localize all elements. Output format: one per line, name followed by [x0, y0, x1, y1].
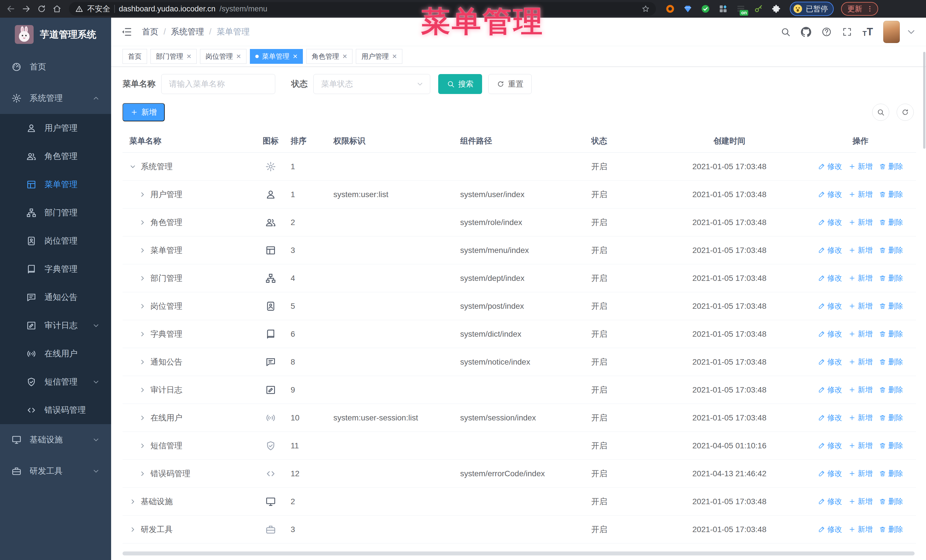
sidebar-item-home[interactable]: 首页: [0, 51, 111, 83]
update-button[interactable]: 更新: [841, 2, 878, 16]
github-icon[interactable]: [801, 27, 811, 37]
delete-link[interactable]: 删除: [879, 162, 903, 172]
refresh-table-button[interactable]: [897, 104, 914, 121]
sidebar-item-user[interactable]: 用户管理: [0, 114, 111, 142]
user-menu-caret-icon[interactable]: [906, 27, 916, 37]
fullscreen-icon[interactable]: [842, 27, 852, 37]
browser-forward-button[interactable]: [20, 3, 32, 15]
tab-menu[interactable]: 菜单管理×: [250, 49, 303, 64]
sidebar-item-online[interactable]: 在线用户: [0, 340, 111, 368]
browser-reload-button[interactable]: [35, 3, 48, 15]
edit-link[interactable]: 修改: [818, 497, 842, 506]
browser-home-button[interactable]: [51, 3, 63, 15]
delete-link[interactable]: 删除: [879, 441, 903, 451]
add-link[interactable]: 新增: [849, 189, 873, 199]
edit-link[interactable]: 修改: [818, 413, 842, 423]
edit-link[interactable]: 修改: [818, 357, 842, 367]
edit-link[interactable]: 修改: [818, 329, 842, 339]
chevron-right-icon[interactable]: [139, 414, 146, 421]
close-icon[interactable]: ×: [392, 53, 396, 60]
vertical-scrollbar[interactable]: [923, 52, 925, 149]
extension-gem-icon[interactable]: [682, 3, 693, 15]
avatar[interactable]: [883, 21, 900, 43]
chevron-right-icon[interactable]: [139, 331, 146, 338]
chevron-right-icon[interactable]: [139, 442, 146, 449]
delete-link[interactable]: 删除: [879, 329, 903, 339]
edit-link[interactable]: 修改: [818, 273, 842, 283]
extension-tabs-icon[interactable]: on: [735, 3, 746, 15]
add-link[interactable]: 新增: [849, 217, 873, 227]
edit-link[interactable]: 修改: [818, 245, 842, 255]
extensions-puzzle-icon[interactable]: [770, 3, 782, 15]
delete-link[interactable]: 删除: [879, 469, 903, 478]
add-link[interactable]: 新增: [849, 469, 873, 478]
tab-role[interactable]: 角色管理×: [306, 49, 353, 64]
sidebar-item-tool[interactable]: 研发工具: [0, 456, 111, 487]
browser-back-button[interactable]: [5, 3, 17, 15]
sidebar-item-system[interactable]: 系统管理: [0, 83, 111, 114]
delete-link[interactable]: 删除: [879, 497, 903, 506]
chevron-right-icon[interactable]: [129, 498, 136, 505]
sidebar-item-post[interactable]: 岗位管理: [0, 227, 111, 255]
edit-link[interactable]: 修改: [818, 441, 842, 451]
add-link[interactable]: 新增: [849, 497, 873, 506]
sidebar-item-notice[interactable]: 通知公告: [0, 283, 111, 311]
add-link[interactable]: 新增: [849, 301, 873, 311]
toggle-search-button[interactable]: [872, 104, 889, 121]
extension-grid-icon[interactable]: [717, 3, 729, 15]
chevron-right-icon[interactable]: [139, 275, 146, 282]
edit-link[interactable]: 修改: [818, 301, 842, 311]
chevron-right-icon[interactable]: [139, 191, 146, 198]
close-icon[interactable]: ×: [342, 53, 347, 60]
add-link[interactable]: 新增: [849, 273, 873, 283]
close-icon[interactable]: ×: [187, 53, 191, 60]
edit-link[interactable]: 修改: [818, 469, 842, 478]
tab-post[interactable]: 岗位管理×: [200, 49, 246, 64]
edit-link[interactable]: 修改: [818, 524, 842, 534]
delete-link[interactable]: 删除: [879, 189, 903, 199]
extension-key-icon[interactable]: [753, 3, 764, 15]
edit-link[interactable]: 修改: [818, 385, 842, 395]
close-icon[interactable]: ×: [236, 53, 241, 60]
chevron-right-icon[interactable]: [139, 219, 146, 226]
add-button[interactable]: 新增: [123, 103, 165, 121]
breadcrumb-home[interactable]: 首页: [142, 26, 159, 38]
sidebar-item-dict[interactable]: 字典管理: [0, 255, 111, 283]
bookmark-star-icon[interactable]: [642, 5, 650, 13]
sidebar-item-infra[interactable]: 基础设施: [0, 424, 111, 456]
add-link[interactable]: 新增: [849, 524, 873, 534]
help-icon[interactable]: [822, 27, 832, 37]
tab-dept[interactable]: 部门管理×: [150, 49, 197, 64]
sidebar-item-sms[interactable]: 短信管理: [0, 368, 111, 396]
delete-link[interactable]: 删除: [879, 301, 903, 311]
header-search-icon[interactable]: [781, 27, 791, 37]
tab-user[interactable]: 用户管理×: [356, 49, 402, 64]
edit-link[interactable]: 修改: [818, 189, 842, 199]
font-size-icon[interactable]: TT: [862, 27, 873, 37]
tab-home[interactable]: 首页: [123, 49, 147, 64]
extension-check-icon[interactable]: [700, 3, 711, 15]
chevron-right-icon[interactable]: [139, 470, 146, 477]
edit-link[interactable]: 修改: [818, 162, 842, 172]
delete-link[interactable]: 删除: [879, 524, 903, 534]
horizontal-scrollbar[interactable]: [123, 551, 915, 555]
add-link[interactable]: 新增: [849, 385, 873, 395]
add-link[interactable]: 新增: [849, 245, 873, 255]
profile-paused-chip[interactable]: 已暂停: [790, 2, 834, 16]
chevron-right-icon[interactable]: [139, 359, 146, 365]
add-link[interactable]: 新增: [849, 162, 873, 172]
sidebar-collapse-icon[interactable]: [121, 26, 132, 38]
chevron-right-icon[interactable]: [139, 386, 146, 393]
delete-link[interactable]: 删除: [879, 385, 903, 395]
delete-link[interactable]: 删除: [879, 413, 903, 423]
add-link[interactable]: 新增: [849, 329, 873, 339]
delete-link[interactable]: 删除: [879, 245, 903, 255]
delete-link[interactable]: 删除: [879, 273, 903, 283]
reset-button[interactable]: 重置: [488, 74, 532, 94]
sidebar-item-dept[interactable]: 部门管理: [0, 199, 111, 227]
sidebar-item-menu[interactable]: 菜单管理: [0, 171, 111, 199]
chevron-right-icon[interactable]: [129, 526, 136, 533]
extension-donut-icon[interactable]: [664, 3, 676, 15]
menu-name-input[interactable]: [161, 74, 275, 94]
address-bar[interactable]: 不安全 dashboard.yudao.iocoder.cn/system/me…: [69, 2, 656, 16]
